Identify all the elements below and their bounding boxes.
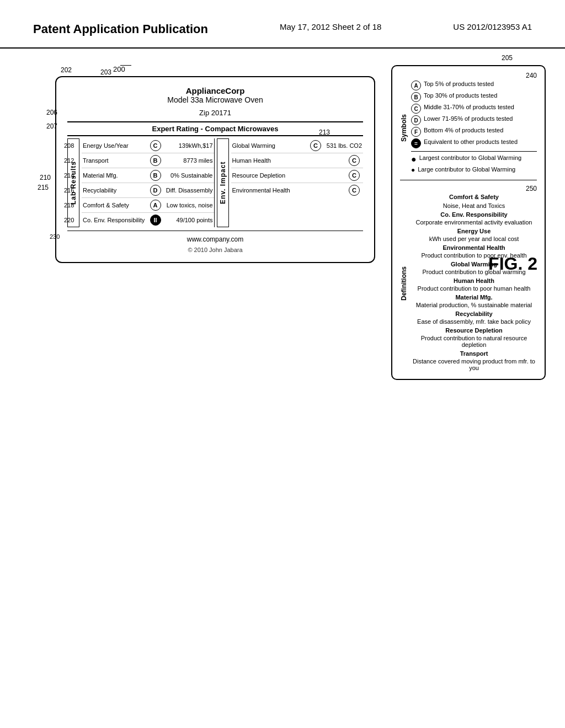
- row-label-human: Human Health: [232, 157, 349, 164]
- list-item: C Middle 31-70% of products tested: [411, 104, 537, 114]
- legend-text-f: Bottom 4% of products tested: [424, 127, 503, 133]
- row-label-material: Material Mfg.: [83, 172, 150, 179]
- ref-240: 240: [526, 72, 537, 79]
- footer-copyright: © 2010 John Jabara: [67, 247, 363, 253]
- coenv-def-text: Corporate environmental activity evaluat…: [411, 219, 537, 226]
- legend-box: 240 Symbols A Top 5% of products tested: [391, 65, 546, 380]
- envhealth-def-label: Environmental Health: [411, 244, 537, 251]
- badge-comfort: A: [150, 200, 161, 211]
- ref-206: 206: [46, 109, 57, 116]
- table-row: Resource Depletion C: [231, 168, 364, 183]
- coenv-def-label: Co. Env. Responsibility: [411, 211, 537, 218]
- row-label-transport: Transport: [83, 157, 150, 164]
- badge-b-legend: B: [411, 92, 421, 102]
- badge-energy: C: [150, 140, 161, 151]
- material-def-label: Material Mfg.: [411, 294, 537, 301]
- list-item: = Equivalent to other products tested: [411, 138, 537, 148]
- ref-203: 203: [100, 68, 111, 76]
- badge-human: C: [349, 155, 360, 166]
- transport-def-text: Distance covered moving product from mfr…: [411, 358, 537, 371]
- badge-resource: C: [349, 170, 360, 181]
- table-row: Global Warming C 531 lbs. CO2: [231, 138, 364, 153]
- lab-rows-container: 208 Energy Use/Year C 139kWh,$17 212 Tra…: [82, 138, 215, 227]
- definitions-section-label: Definitions: [400, 194, 408, 373]
- ref-210: 210: [40, 174, 51, 181]
- symbols-list: A Top 5% of products tested B Top 30% of…: [411, 81, 537, 175]
- zip-code: Zip 20171: [67, 109, 363, 117]
- company-info: ApplianceCorp Model 33a Microwave Oven: [67, 86, 363, 104]
- badge-eq-legend: =: [411, 138, 421, 148]
- ref-202: 202: [61, 66, 72, 74]
- comfort-safety-def-label: Comfort & Safety: [411, 194, 537, 200]
- row-value-comfort: Low toxics, noise: [163, 202, 213, 208]
- energy-def-text: kWh used per year and local cost: [411, 235, 537, 242]
- list-item: A Top 5% of products tested: [411, 81, 537, 90]
- legend-text-d: Lower 71-95% of products tested: [424, 115, 513, 122]
- table-row: 216 Recyclability D Diff. Disassembly: [82, 183, 214, 198]
- legend-text-a: Top 5% of products tested: [424, 81, 494, 87]
- legend-text-eq: Equivalent to other products tested: [424, 138, 518, 145]
- row-value-coenv: 49/100 points: [163, 217, 213, 223]
- row-label-global: Global Warming: [232, 142, 311, 149]
- comfort-safety-def-text: Noise, Heat and Toxics: [411, 202, 537, 209]
- human-def-label: Human Health: [411, 277, 537, 284]
- main-card: 203 ApplianceCorp Model 33a Microwave Ov…: [55, 76, 375, 263]
- badge-envhealth: C: [349, 185, 360, 196]
- lab-results-label: Lab Results: [67, 138, 79, 227]
- row-label-comfort: Comfort & Safety: [83, 202, 150, 208]
- ref-216: 216: [64, 187, 74, 194]
- energy-def-label: Energy Use: [411, 228, 537, 234]
- badge-a-legend: A: [411, 81, 421, 90]
- transport-def-label: Transport: [411, 350, 537, 357]
- legend-text-large: Large contributor to Global Warming: [418, 166, 515, 173]
- env-impact-label: Env. Impact: [217, 138, 229, 227]
- header-title: Patent Application Publication: [33, 22, 208, 36]
- row-value-transport: 8773 miles: [163, 157, 213, 164]
- resource-def-label: Resource Depletion: [411, 327, 537, 334]
- company-name: ApplianceCorp: [67, 86, 363, 95]
- symbols-section-label: Symbols: [400, 81, 408, 175]
- ref-220: 220: [64, 217, 74, 223]
- badge-recyclability: D: [150, 185, 161, 196]
- list-item: D Lower 71-95% of products tested: [411, 115, 537, 125]
- ref-250: 250: [526, 185, 537, 192]
- ref-212: 212: [64, 157, 74, 164]
- badge-transport: B: [150, 155, 161, 166]
- resource-def-text: Product contribution to natural resource…: [411, 335, 537, 348]
- table-row: Human Health C: [231, 153, 364, 168]
- table-row: 218 Comfort & Safety A Low toxics, noise: [82, 198, 214, 213]
- human-def-text: Product contribution to poor human healt…: [411, 285, 537, 292]
- list-item: F Bottom 4% of products tested: [411, 127, 537, 137]
- header: Patent Application Publication May 17, 2…: [0, 0, 565, 49]
- ref-218: 218: [64, 202, 74, 208]
- row-label-recyclability: Recyclability: [83, 187, 150, 194]
- table-row: 220 Co. Env. Responsibility II 49/100 po…: [82, 213, 214, 227]
- ref-200: 200: [113, 65, 125, 73]
- env-rows-container: Global Warming C 531 lbs. CO2 Human Heal…: [231, 138, 364, 227]
- list-item: ● Large contributor to Global Warming: [411, 166, 537, 174]
- badge-material: B: [150, 170, 161, 181]
- row-value-recyclability: Diff. Disassembly: [163, 187, 213, 194]
- ref-215: 215: [38, 184, 49, 191]
- ref-208: 208: [64, 142, 74, 149]
- table-row: 214 Material Mfg. B 0% Sustainable: [82, 168, 214, 183]
- recyclability-def-label: Recyclability: [411, 311, 537, 317]
- legend-text-b: Top 30% of products tested: [424, 92, 497, 99]
- ref-213: 213: [319, 129, 330, 136]
- legend-text-c: Middle 31-70% of products tested: [424, 104, 514, 110]
- badge-global: C: [310, 140, 321, 151]
- definitions-list: Comfort & Safety Noise, Heat and Toxics …: [411, 194, 537, 373]
- table-row: 208 Energy Use/Year C 139kWh,$17: [82, 138, 214, 153]
- table-row: 212 Transport B 8773 miles: [82, 153, 214, 168]
- row-label-energy: Energy Use/Year: [83, 142, 150, 149]
- footer-website: www.company.com: [67, 235, 363, 243]
- figure-label: FIG. 2: [488, 254, 537, 274]
- list-item: ● Largest contributor to Global Warming: [411, 154, 537, 164]
- page: Patent Application Publication May 17, 2…: [0, 0, 565, 728]
- material-def-text: Material production, % sustainable mater…: [411, 302, 537, 308]
- header-patent: US 2012/0123953 A1: [453, 22, 532, 31]
- legend-text-largest: Largest contributor to Global Warming: [419, 154, 521, 161]
- list-item: B Top 30% of products tested: [411, 92, 537, 102]
- ref-214: 214: [64, 172, 74, 179]
- row-value-global: 531 lbs. CO2: [323, 142, 362, 149]
